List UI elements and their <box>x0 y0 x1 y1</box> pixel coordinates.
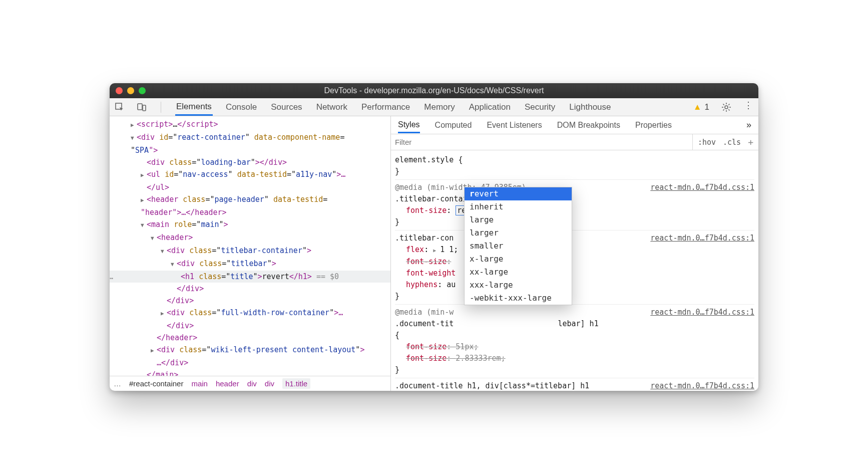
hov-toggle[interactable]: :hov <box>698 138 716 147</box>
minimize-icon[interactable] <box>127 87 134 94</box>
breadcrumb-item[interactable]: div <box>247 379 257 388</box>
css-property[interactable]: font-size: revert; <box>395 205 754 216</box>
rule-document-title-media: react-mdn.0…f7b4d.css:1 @media (min-w .d… <box>395 305 754 378</box>
dom-node: </div> <box>110 320 390 332</box>
breadcrumb-item[interactable]: div <box>265 379 274 388</box>
breadcrumb[interactable]: … #react-container main header div div h… <box>110 376 390 391</box>
dom-node: ▶<div class="wiki-left-present content-l… <box>110 344 390 357</box>
tab-network[interactable]: Network <box>315 99 348 116</box>
rule-titlebar-title: react-mdn.0…f7b4d.css:1 @media (min-widt… <box>395 180 754 230</box>
inspect-icon[interactable] <box>115 102 125 112</box>
breadcrumb-item[interactable]: main <box>191 379 208 388</box>
dom-node-cont: "SPA"> <box>110 144 390 156</box>
dropdown-option[interactable]: smaller <box>465 240 572 253</box>
source-link[interactable]: react-mdn.0…f7b4d.css:1 <box>650 232 754 244</box>
subtab-more-icon[interactable]: » <box>746 120 751 130</box>
dom-node: <div class="loading-bar"></div> <box>110 156 390 168</box>
dropdown-option[interactable]: xx-large <box>465 266 572 279</box>
device-toggle-icon[interactable] <box>137 102 147 112</box>
tab-elements[interactable]: Elements <box>175 98 213 116</box>
traffic-lights <box>116 87 146 94</box>
dom-node-selected: …<h1 class="title">revert</h1> == $0 <box>110 271 390 283</box>
svg-rect-2 <box>143 105 146 111</box>
dom-node: ▼<main role="main"> <box>110 218 390 231</box>
new-rule-icon[interactable]: + <box>748 137 753 147</box>
dom-node: ▶<ul id="nav-access" data-testid="a11y-n… <box>110 168 390 181</box>
tab-performance[interactable]: Performance <box>360 99 411 116</box>
warnings-count: 1 <box>705 102 709 112</box>
dropdown-option[interactable]: xxx-large <box>465 279 572 292</box>
svg-rect-1 <box>138 104 142 110</box>
source-link[interactable]: react-mdn.0…f7b4d.css:1 <box>650 307 754 318</box>
tab-lighthouse[interactable]: Lighthouse <box>568 99 612 116</box>
dom-node: </header> <box>110 332 390 344</box>
dom-node-cont: "header">…</header> <box>110 206 390 218</box>
more-icon[interactable]: ⋮ <box>743 102 753 112</box>
dom-node: ▶<div class="full-width-row-container">… <box>110 307 390 320</box>
svg-line-11 <box>728 104 729 105</box>
dom-tree[interactable]: ▶<script>…</script> ▼<div id="react-cont… <box>110 116 390 376</box>
source-link[interactable]: react-mdn.0…f7b4d.css:1 <box>650 380 754 391</box>
dropdown-option[interactable]: larger <box>465 226 572 240</box>
dom-node: </ul> <box>110 181 390 193</box>
css-property-overridden[interactable]: font-size: 51px; <box>395 341 754 353</box>
breadcrumb-more[interactable]: … <box>114 379 121 388</box>
warnings-badge[interactable]: ▲ 1 <box>693 102 709 112</box>
rule-document-title: react-mdn.0…f7b4d.css:1 .document-title … <box>395 378 754 391</box>
tab-application[interactable]: Application <box>468 99 512 116</box>
cls-toggle[interactable]: .cls <box>723 138 741 147</box>
source-link[interactable]: react-mdn.0…f7b4d.css:1 <box>650 182 754 193</box>
dom-node: ▼<div class="titlebar"> <box>110 258 390 271</box>
subtab-properties[interactable]: Properties <box>635 118 672 133</box>
dropdown-option[interactable]: inherit <box>465 200 572 213</box>
rule-element-style: element.style { } <box>395 152 754 180</box>
css-property[interactable]: flex: ▶1 1; <box>395 244 754 256</box>
warning-icon: ▲ <box>693 102 702 112</box>
styles-filterbar: :hov .cls + <box>391 134 758 150</box>
subtab-event-listeners[interactable]: Event Listeners <box>487 118 542 133</box>
css-property-overridden[interactable]: font-size: 2.83333rem; <box>395 353 754 364</box>
rule-titlebar-container: react-mdn.0…f7b4d.css:1 .titlebar-con fl… <box>395 230 754 305</box>
subtab-styles[interactable]: Styles <box>398 117 420 133</box>
dropdown-option[interactable]: -webkit-xxx-large <box>465 292 572 305</box>
svg-line-10 <box>723 109 724 110</box>
dom-node: ▶<script>…</script> <box>110 118 390 131</box>
settings-icon[interactable] <box>721 102 731 112</box>
toolbar-divider <box>161 102 161 113</box>
tab-security[interactable]: Security <box>524 99 556 116</box>
css-property[interactable]: font-weight <box>395 268 754 279</box>
breadcrumb-item[interactable]: #react-container <box>129 379 183 388</box>
tab-console[interactable]: Console <box>225 99 258 116</box>
subtab-computed[interactable]: Computed <box>435 118 472 133</box>
autocomplete-dropdown[interactable]: revert inherit large larger smaller x-la… <box>464 187 572 305</box>
main-toolbar: Elements Console Sources Network Perform… <box>110 98 758 116</box>
dom-node: </div> <box>110 283 390 295</box>
tab-sources[interactable]: Sources <box>270 99 303 116</box>
devtools-window: DevTools - developer.mozilla.org/en-US/d… <box>110 83 758 391</box>
close-icon[interactable] <box>116 87 123 94</box>
window-titlebar[interactable]: DevTools - developer.mozilla.org/en-US/d… <box>110 83 758 98</box>
zoom-icon[interactable] <box>139 87 146 94</box>
svg-point-3 <box>725 106 728 109</box>
dropdown-option[interactable]: x-large <box>465 253 572 266</box>
subtab-dom-breakpoints[interactable]: DOM Breakpoints <box>557 118 620 133</box>
styles-panel: Styles Computed Event Listeners DOM Brea… <box>391 116 758 391</box>
dropdown-option-selected[interactable]: revert <box>465 187 572 200</box>
tab-memory[interactable]: Memory <box>423 99 456 116</box>
dom-node: …</div> <box>110 357 390 369</box>
breadcrumb-item[interactable]: header <box>216 379 239 388</box>
styles-subtabs: Styles Computed Event Listeners DOM Brea… <box>391 116 758 134</box>
styles-list[interactable]: element.style { } react-mdn.0…f7b4d.css:… <box>391 150 758 391</box>
dom-node: </div> <box>110 295 390 307</box>
css-property-overridden[interactable]: font-size: <box>395 256 754 268</box>
css-property[interactable]: hyphens: au <box>395 279 754 291</box>
dom-node: ▼<div id="react-container" data-componen… <box>110 131 390 144</box>
dom-node: ▶<header class="page-header" data-testid… <box>110 193 390 206</box>
dom-node: </main> <box>110 369 390 376</box>
dom-node: ▼<header> <box>110 231 390 245</box>
dom-node: ▼<div class="titlebar-container"> <box>110 245 390 258</box>
breadcrumb-item-selected[interactable]: h1.title <box>282 378 310 389</box>
styles-filter-input[interactable] <box>395 138 692 146</box>
dom-panel: ▶<script>…</script> ▼<div id="react-cont… <box>110 116 391 391</box>
dropdown-option[interactable]: large <box>465 213 572 226</box>
